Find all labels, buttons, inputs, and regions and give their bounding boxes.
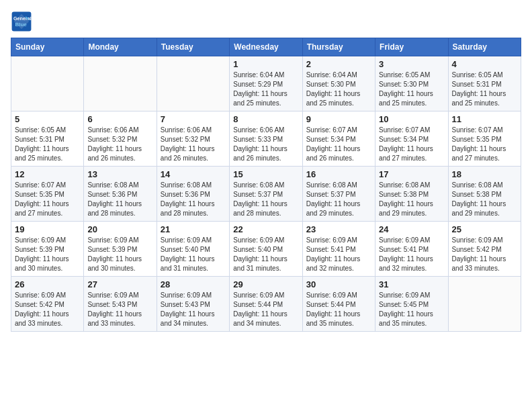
day-number-12: 12 — [15, 169, 80, 179]
day-info-7: Sunrise: 6:06 AM Sunset: 5:32 PM Dayligh… — [161, 126, 226, 163]
day-info-28: Sunrise: 6:09 AM Sunset: 5:43 PM Dayligh… — [161, 291, 226, 328]
empty-cell — [157, 56, 229, 111]
calendar-table: SundayMondayTuesdayWednesdayThursdayFrid… — [11, 38, 521, 332]
day-info-20: Sunrise: 6:09 AM Sunset: 5:39 PM Dayligh… — [87, 236, 152, 273]
svg-text:General: General — [13, 15, 32, 21]
svg-text:Blue: Blue — [15, 21, 27, 28]
day-info-2: Sunrise: 6:04 AM Sunset: 5:30 PM Dayligh… — [306, 71, 371, 108]
day-cell-26: 26Sunrise: 6:09 AM Sunset: 5:42 PM Dayli… — [11, 277, 84, 332]
day-number-23: 23 — [306, 224, 371, 234]
day-cell-5: 5Sunrise: 6:05 AM Sunset: 5:31 PM Daylig… — [11, 111, 84, 167]
day-number-16: 16 — [306, 169, 371, 179]
day-info-21: Sunrise: 6:09 AM Sunset: 5:40 PM Dayligh… — [161, 236, 226, 273]
day-cell-29: 29Sunrise: 6:09 AM Sunset: 5:44 PM Dayli… — [230, 277, 302, 332]
day-cell-10: 10Sunrise: 6:07 AM Sunset: 5:34 PM Dayli… — [375, 111, 448, 167]
day-info-26: Sunrise: 6:09 AM Sunset: 5:42 PM Dayligh… — [15, 291, 80, 328]
day-info-31: Sunrise: 6:09 AM Sunset: 5:45 PM Dayligh… — [379, 291, 444, 328]
day-number-26: 26 — [15, 279, 80, 289]
day-cell-13: 13Sunrise: 6:08 AM Sunset: 5:36 PM Dayli… — [84, 167, 157, 222]
weekday-header-friday: Friday — [375, 38, 448, 56]
day-cell-4: 4Sunrise: 6:05 AM Sunset: 5:31 PM Daylig… — [448, 56, 521, 111]
day-info-16: Sunrise: 6:08 AM Sunset: 5:37 PM Dayligh… — [306, 181, 371, 218]
day-cell-18: 18Sunrise: 6:08 AM Sunset: 5:38 PM Dayli… — [448, 167, 521, 222]
day-number-14: 14 — [161, 169, 226, 179]
day-info-23: Sunrise: 6:09 AM Sunset: 5:41 PM Dayligh… — [306, 236, 371, 273]
day-number-21: 21 — [161, 224, 226, 234]
day-number-5: 5 — [15, 114, 80, 124]
day-info-15: Sunrise: 6:08 AM Sunset: 5:37 PM Dayligh… — [233, 181, 298, 218]
weekday-header-monday: Monday — [84, 38, 157, 56]
empty-cell — [448, 277, 521, 332]
day-info-22: Sunrise: 6:09 AM Sunset: 5:40 PM Dayligh… — [233, 236, 298, 273]
day-cell-28: 28Sunrise: 6:09 AM Sunset: 5:43 PM Dayli… — [157, 277, 229, 332]
day-cell-31: 31Sunrise: 6:09 AM Sunset: 5:45 PM Dayli… — [375, 277, 448, 332]
week-row-2: 5Sunrise: 6:05 AM Sunset: 5:31 PM Daylig… — [11, 111, 521, 167]
day-info-6: Sunrise: 6:06 AM Sunset: 5:32 PM Dayligh… — [87, 126, 152, 163]
day-cell-30: 30Sunrise: 6:09 AM Sunset: 5:44 PM Dayli… — [302, 277, 375, 332]
week-row-3: 12Sunrise: 6:07 AM Sunset: 5:35 PM Dayli… — [11, 167, 521, 222]
day-cell-3: 3Sunrise: 6:05 AM Sunset: 5:30 PM Daylig… — [375, 56, 448, 111]
day-number-6: 6 — [87, 114, 152, 124]
day-info-3: Sunrise: 6:05 AM Sunset: 5:30 PM Dayligh… — [379, 71, 444, 108]
day-info-10: Sunrise: 6:07 AM Sunset: 5:34 PM Dayligh… — [379, 126, 444, 163]
day-cell-22: 22Sunrise: 6:09 AM Sunset: 5:40 PM Dayli… — [230, 222, 302, 277]
day-number-19: 19 — [15, 224, 80, 234]
weekday-header-tuesday: Tuesday — [157, 38, 229, 56]
day-info-11: Sunrise: 6:07 AM Sunset: 5:35 PM Dayligh… — [452, 126, 517, 163]
weekday-header-wednesday: Wednesday — [230, 38, 302, 56]
day-cell-9: 9Sunrise: 6:07 AM Sunset: 5:34 PM Daylig… — [302, 111, 375, 167]
week-row-5: 26Sunrise: 6:09 AM Sunset: 5:42 PM Dayli… — [11, 277, 521, 332]
day-cell-19: 19Sunrise: 6:09 AM Sunset: 5:39 PM Dayli… — [11, 222, 84, 277]
day-number-20: 20 — [87, 224, 152, 234]
weekday-header-thursday: Thursday — [302, 38, 375, 56]
day-info-19: Sunrise: 6:09 AM Sunset: 5:39 PM Dayligh… — [15, 236, 80, 273]
day-number-8: 8 — [233, 114, 298, 124]
day-info-8: Sunrise: 6:06 AM Sunset: 5:33 PM Dayligh… — [233, 126, 298, 163]
day-info-14: Sunrise: 6:08 AM Sunset: 5:36 PM Dayligh… — [161, 181, 226, 218]
day-number-7: 7 — [161, 114, 226, 124]
empty-cell — [84, 56, 157, 111]
day-cell-11: 11Sunrise: 6:07 AM Sunset: 5:35 PM Dayli… — [448, 111, 521, 167]
weekday-header-sunday: Sunday — [11, 38, 84, 56]
day-info-13: Sunrise: 6:08 AM Sunset: 5:36 PM Dayligh… — [87, 181, 152, 218]
day-info-4: Sunrise: 6:05 AM Sunset: 5:31 PM Dayligh… — [452, 71, 517, 108]
day-info-5: Sunrise: 6:05 AM Sunset: 5:31 PM Dayligh… — [15, 126, 80, 163]
day-number-28: 28 — [161, 279, 226, 289]
week-row-1: 1Sunrise: 6:04 AM Sunset: 5:29 PM Daylig… — [11, 56, 521, 111]
day-cell-2: 2Sunrise: 6:04 AM Sunset: 5:30 PM Daylig… — [302, 56, 375, 111]
day-number-4: 4 — [452, 59, 517, 69]
day-number-9: 9 — [306, 114, 371, 124]
day-info-9: Sunrise: 6:07 AM Sunset: 5:34 PM Dayligh… — [306, 126, 371, 163]
day-number-27: 27 — [87, 279, 152, 289]
day-cell-16: 16Sunrise: 6:08 AM Sunset: 5:37 PM Dayli… — [302, 167, 375, 222]
day-info-30: Sunrise: 6:09 AM Sunset: 5:44 PM Dayligh… — [306, 291, 371, 328]
day-cell-24: 24Sunrise: 6:09 AM Sunset: 5:41 PM Dayli… — [375, 222, 448, 277]
day-number-17: 17 — [379, 169, 444, 179]
day-number-1: 1 — [233, 59, 298, 69]
day-number-11: 11 — [452, 114, 517, 124]
logo: General Blue — [11, 11, 35, 32]
day-number-18: 18 — [452, 169, 517, 179]
weekday-header-saturday: Saturday — [448, 38, 521, 56]
day-cell-15: 15Sunrise: 6:08 AM Sunset: 5:37 PM Dayli… — [230, 167, 302, 222]
day-info-17: Sunrise: 6:08 AM Sunset: 5:38 PM Dayligh… — [379, 181, 444, 218]
day-number-2: 2 — [306, 59, 371, 69]
day-cell-1: 1Sunrise: 6:04 AM Sunset: 5:29 PM Daylig… — [230, 56, 302, 111]
day-number-15: 15 — [233, 169, 298, 179]
day-number-22: 22 — [233, 224, 298, 234]
day-info-12: Sunrise: 6:07 AM Sunset: 5:35 PM Dayligh… — [15, 181, 80, 218]
day-number-10: 10 — [379, 114, 444, 124]
day-info-1: Sunrise: 6:04 AM Sunset: 5:29 PM Dayligh… — [233, 71, 298, 108]
page-header: General Blue — [11, 11, 521, 32]
day-info-18: Sunrise: 6:08 AM Sunset: 5:38 PM Dayligh… — [452, 181, 517, 218]
empty-cell — [11, 56, 84, 111]
day-number-24: 24 — [379, 224, 444, 234]
day-cell-12: 12Sunrise: 6:07 AM Sunset: 5:35 PM Dayli… — [11, 167, 84, 222]
day-cell-21: 21Sunrise: 6:09 AM Sunset: 5:40 PM Dayli… — [157, 222, 229, 277]
day-info-25: Sunrise: 6:09 AM Sunset: 5:42 PM Dayligh… — [452, 236, 517, 273]
week-row-4: 19Sunrise: 6:09 AM Sunset: 5:39 PM Dayli… — [11, 222, 521, 277]
day-cell-20: 20Sunrise: 6:09 AM Sunset: 5:39 PM Dayli… — [84, 222, 157, 277]
day-cell-14: 14Sunrise: 6:08 AM Sunset: 5:36 PM Dayli… — [157, 167, 229, 222]
day-cell-6: 6Sunrise: 6:06 AM Sunset: 5:32 PM Daylig… — [84, 111, 157, 167]
day-cell-25: 25Sunrise: 6:09 AM Sunset: 5:42 PM Dayli… — [448, 222, 521, 277]
